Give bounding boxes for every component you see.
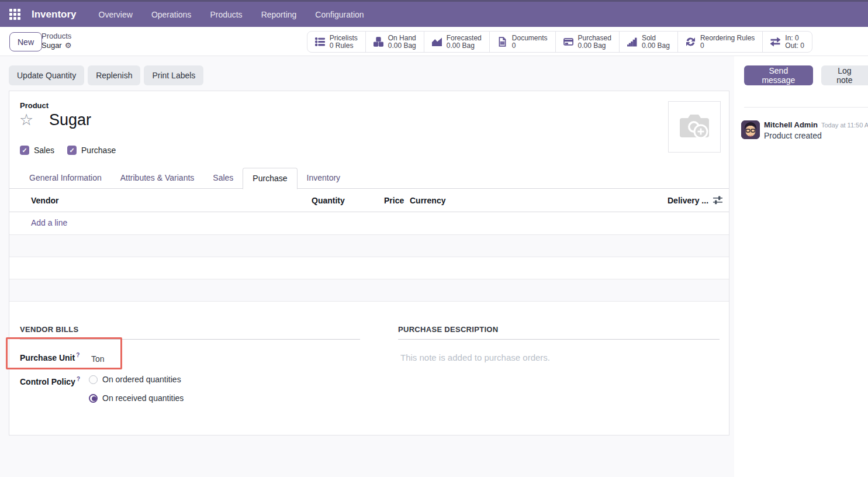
radio-label: On received quantities: [102, 393, 184, 403]
tab-general-information[interactable]: General Information: [20, 168, 111, 188]
stat-button-forecasted[interactable]: Forecasted0.00 Bag: [424, 32, 490, 52]
checkbox-label: Sales: [34, 146, 54, 155]
stat-button-sold[interactable]: Sold0.00 Bag: [620, 32, 678, 52]
column-quantity[interactable]: Quantity: [312, 196, 345, 205]
purchase-description-placeholder[interactable]: This note is added to purchase orders.: [400, 352, 550, 362]
purchase-unit-label: Purchase Unit?: [20, 352, 79, 362]
vendor-bills-title: VENDOR BILLS: [20, 325, 360, 340]
radio-on-ordered[interactable]: On ordered quantities: [89, 375, 181, 384]
send-message-button[interactable]: Send message: [744, 65, 813, 85]
top-navbar: Inventory Overview Operations Products R…: [0, 0, 868, 27]
new-button[interactable]: New: [9, 32, 42, 51]
help-question-icon[interactable]: ?: [77, 376, 80, 382]
app-name[interactable]: Inventory: [32, 9, 77, 20]
stat-button-reordering-rules[interactable]: Reordering Rules0: [678, 32, 763, 52]
radio-circle-icon: [89, 375, 98, 384]
notebook-tabs: General Information Attributes & Variant…: [9, 168, 729, 189]
stat-label: On Hand: [388, 34, 416, 42]
app-window: Inventory Overview Operations Products R…: [0, 0, 868, 477]
add-a-line-link[interactable]: Add a line: [31, 218, 67, 227]
tab-sales[interactable]: Sales: [203, 168, 243, 188]
stat-value: 0 Rules: [330, 42, 358, 50]
stat-label: Sold: [642, 34, 656, 42]
action-buttons: Update Quantity Replenish Print Labels: [9, 65, 203, 85]
column-currency[interactable]: Currency: [410, 196, 445, 205]
stat-button-pricelists[interactable]: Pricelists0 Rules: [307, 32, 366, 52]
settings-gear-icon[interactable]: ⚙: [65, 41, 72, 50]
help-question-icon[interactable]: ?: [76, 352, 79, 358]
empty-table-row: [9, 235, 729, 257]
stat-label: Reordering Rules: [700, 34, 755, 42]
activities-button-truncated[interactable]: A: [862, 65, 868, 85]
column-vendor[interactable]: Vendor: [31, 196, 58, 205]
print-labels-button[interactable]: Print Labels: [144, 65, 203, 85]
chatter-divider: [744, 107, 868, 108]
product-name[interactable]: Sugar: [49, 111, 91, 129]
stat-value: 0: [512, 42, 548, 50]
checkbox-check-icon: ✓: [67, 146, 77, 155]
stat-value: 0.00 Bag: [642, 42, 670, 50]
camera-plus-icon: [677, 112, 711, 142]
column-delivery[interactable]: Delivery ...: [668, 196, 708, 205]
chatter-panel: Send message Log note A Mitchell AdminTo…: [734, 56, 868, 477]
stat-value: 0.00 Bag: [388, 42, 416, 50]
sale-purchase-toggles: ✓ Sales ✓ Purchase: [20, 146, 116, 155]
vendor-table-header: Vendor Quantity Price Currency Delivery …: [9, 189, 729, 212]
stat-label: Documents: [512, 34, 548, 42]
tab-purchase[interactable]: Purchase: [243, 168, 297, 189]
vendor-table-addline-row: Add a line: [9, 212, 729, 235]
empty-table-row: [9, 279, 729, 302]
column-price[interactable]: Price: [384, 196, 404, 205]
message-author[interactable]: Mitchell Admin: [764, 120, 818, 129]
stat-value: 0: [700, 42, 755, 50]
document-icon: [497, 37, 507, 47]
stat-label: Forecasted: [447, 34, 482, 42]
nav-item-reporting[interactable]: Reporting: [254, 2, 304, 27]
stat-button-group: Pricelists0 Rules On Hand0.00 Bag Foreca…: [307, 31, 812, 53]
radio-label: On ordered quantities: [102, 375, 181, 384]
form-sheet: Product ☆ Sugar ✓ Sales ✓ Purchase: [9, 91, 729, 435]
stat-value: 0.00 Bag: [447, 42, 482, 50]
stat-label: In: 0: [785, 34, 798, 42]
stat-button-on-hand[interactable]: On Hand0.00 Bag: [366, 32, 424, 52]
message-body: Product created: [764, 131, 822, 140]
optional-columns-icon[interactable]: [713, 196, 723, 205]
message-timestamp: Today at 11:50 AM: [821, 122, 868, 129]
replenish-button[interactable]: Replenish: [88, 65, 140, 85]
tab-inventory[interactable]: Inventory: [298, 168, 350, 188]
stat-button-purchased[interactable]: Purchased0.00 Bag: [556, 32, 620, 52]
breadcrumb-parent[interactable]: Products: [42, 32, 71, 41]
stat-button-documents[interactable]: Documents0: [490, 32, 556, 52]
avatar[interactable]: [741, 120, 760, 139]
stat-value: 0.00 Bag: [578, 42, 611, 50]
refresh-icon: [686, 37, 696, 47]
checkbox-label: Purchase: [81, 146, 116, 155]
empty-table-row: [9, 257, 729, 279]
nav-item-configuration[interactable]: Configuration: [308, 2, 371, 27]
apps-grid-icon[interactable]: [9, 9, 21, 20]
nav-item-operations[interactable]: Operations: [144, 2, 198, 27]
sales-checkbox[interactable]: ✓ Sales: [20, 146, 54, 155]
product-image-placeholder[interactable]: [668, 101, 721, 153]
product-field-label: Product: [20, 101, 49, 110]
favorite-star-icon[interactable]: ☆: [19, 112, 33, 128]
stat-value: Out: 0: [785, 42, 804, 50]
stat-button-in-out[interactable]: In: 0Out: 0: [763, 32, 812, 52]
update-quantity-button[interactable]: Update Quantity: [9, 65, 84, 85]
breadcrumb: Products Sugar ⚙: [42, 32, 71, 50]
control-policy-label: Control Policy?: [20, 376, 80, 386]
checkbox-check-icon: ✓: [20, 146, 29, 155]
list-icon: [315, 37, 325, 47]
purchase-description-title: PURCHASE DESCRIPTION: [398, 325, 720, 340]
nav-item-products[interactable]: Products: [203, 2, 249, 27]
log-note-button[interactable]: Log note: [821, 65, 868, 85]
radio-on-received[interactable]: On received quantities: [89, 393, 184, 403]
exchange-icon: [770, 37, 780, 47]
cubes-icon: [374, 37, 383, 47]
purchase-unit-value[interactable]: Ton: [91, 354, 105, 364]
purchase-checkbox[interactable]: ✓ Purchase: [67, 146, 116, 155]
credit-card-icon: [563, 37, 573, 47]
nav-item-overview[interactable]: Overview: [92, 2, 140, 27]
user-avatar-icon: [741, 120, 760, 139]
tab-attributes-variants[interactable]: Attributes & Variants: [111, 168, 204, 188]
